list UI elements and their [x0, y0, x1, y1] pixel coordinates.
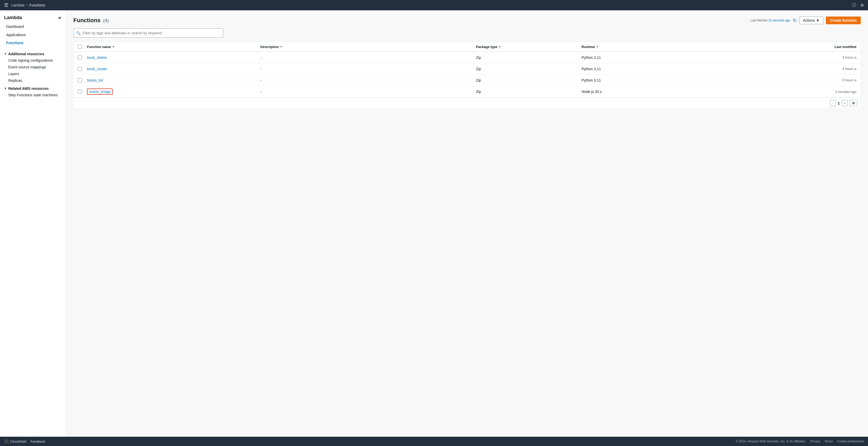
settings-icon[interactable]: ⚙	[860, 3, 864, 8]
cloudshell-button[interactable]: ⬛ CloudShell	[4, 439, 26, 443]
terms-link[interactable]: Terms	[824, 440, 833, 443]
sidebar-item-layers[interactable]: Layers	[0, 70, 66, 77]
sidebar: Lambda ◀ Dashboard Applications Function…	[0, 10, 66, 437]
page-number: 1	[838, 101, 840, 105]
row4-desc-cell: -	[258, 87, 474, 96]
functions-table: Function name ▼ Description ▼ Package ty…	[73, 42, 861, 109]
create-function-button[interactable]: Create function	[826, 16, 861, 24]
table-row: book_create - Zip Python 3.11 4 hours a	[74, 63, 861, 75]
row2-pkg-cell: Zip	[474, 64, 580, 74]
help-icon[interactable]: ⓘ	[852, 3, 856, 8]
sort-runtime-icon: ▼	[596, 45, 598, 48]
row4-runtime-cell: Node.js 20.x	[580, 87, 753, 96]
col-header-package-type[interactable]: Package type ▼	[474, 42, 580, 52]
sort-desc-icon: ▼	[280, 45, 282, 48]
cookie-link[interactable]: Cookie preferences	[837, 440, 864, 443]
row2-runtime-cell: Python 3.11	[580, 64, 753, 74]
sidebar-item-applications[interactable]: Applications	[0, 31, 66, 39]
sidebar-item-event-source[interactable]: Event source mappings	[0, 64, 66, 70]
select-all-header[interactable]	[76, 42, 85, 52]
top-nav: ☰ Lambda > Functions ⓘ ⚙	[0, 0, 868, 10]
row4-pkg-cell: Zip	[474, 87, 580, 96]
bottom-right-links: © 2024, Amazon Web Services, Inc. or its…	[736, 440, 864, 443]
cloudshell-label: CloudShell	[10, 440, 26, 443]
feedback-button[interactable]: Feedback	[30, 440, 45, 443]
row3-runtime-cell: Python 3.11	[580, 76, 753, 85]
row4-modified-cell: 3 minutes ago	[753, 87, 859, 96]
col-header-name[interactable]: Function name ▼	[85, 42, 258, 52]
row2-checkbox-cell[interactable]	[76, 64, 85, 74]
page-count: (4)	[103, 18, 109, 23]
row4-name-cell: resize_image	[85, 86, 258, 97]
row3-pkg-cell: Zip	[474, 76, 580, 85]
actions-button[interactable]: Actions ▼	[799, 16, 824, 24]
row3-desc-cell: -	[258, 76, 474, 85]
row1-checkbox-cell[interactable]	[76, 53, 85, 62]
additional-resources-section[interactable]: ▼ Additional resources	[0, 49, 66, 57]
row4-function-link[interactable]: resize_image	[87, 89, 113, 95]
actions-arrow-icon: ▼	[816, 18, 819, 23]
row1-checkbox[interactable]	[78, 56, 82, 60]
row3-function-link[interactable]: books_list	[87, 78, 103, 82]
refresh-button[interactable]: ↻	[793, 18, 797, 23]
breadcrumb-current: Functions	[29, 3, 45, 7]
col-header-runtime[interactable]: Runtime ▼	[580, 42, 753, 52]
related-aws-label: Related AWS resources	[8, 87, 49, 91]
page-title: Functions (4)	[73, 17, 109, 24]
additional-resources-arrow: ▼	[4, 53, 7, 55]
sidebar-title: Lambda	[4, 15, 22, 21]
col-header-last-modified: Last modified	[753, 42, 859, 52]
search-icon: 🔍	[76, 31, 81, 35]
cloudshell-icon: ⬛	[4, 439, 8, 443]
row2-modified-cell: 4 hours a	[753, 64, 859, 73]
row3-name-cell: books_list	[85, 76, 258, 85]
copyright-text: © 2024, Amazon Web Services, Inc. or its…	[736, 440, 806, 443]
row3-checkbox[interactable]	[78, 78, 82, 82]
related-aws-section[interactable]: ▼ Related AWS resources	[0, 84, 66, 92]
row1-function-link[interactable]: book_delete	[87, 56, 107, 60]
sort-pkg-icon: ▼	[498, 45, 501, 48]
row2-desc-cell: -	[258, 64, 474, 74]
next-page-button[interactable]: ›	[842, 100, 847, 106]
page-header: Functions (4) Last fetched 10 seconds ag…	[73, 16, 861, 24]
sidebar-item-step-functions[interactable]: Step Functions state machines	[0, 92, 66, 98]
row4-checkbox[interactable]	[78, 90, 82, 94]
privacy-link[interactable]: Privacy	[810, 440, 820, 443]
breadcrumb: Lambda > Functions	[11, 3, 45, 7]
breadcrumb-parent[interactable]: Lambda	[11, 3, 25, 7]
main-layout: Lambda ◀ Dashboard Applications Function…	[0, 10, 868, 437]
hamburger-icon[interactable]: ☰	[4, 2, 8, 8]
fetch-time-link[interactable]: 10 seconds ago	[768, 19, 790, 22]
page-title-wrap: Functions (4)	[73, 17, 109, 24]
col-header-description[interactable]: Description ▼	[258, 42, 474, 52]
table-footer: ‹ 1 › ⚙	[74, 98, 861, 108]
row1-pkg-cell: Zip	[474, 53, 580, 62]
sidebar-item-dashboard[interactable]: Dashboard	[0, 23, 66, 31]
additional-resources-label: Additional resources	[8, 52, 44, 56]
sidebar-item-code-signing[interactable]: Code signing configurations	[0, 57, 66, 64]
row2-function-link[interactable]: book_create	[87, 67, 107, 71]
search-input[interactable]	[83, 31, 220, 35]
sidebar-item-replicas[interactable]: Replicas	[0, 77, 66, 84]
sidebar-collapse-button[interactable]: ◀	[57, 14, 62, 21]
table-settings-button[interactable]: ⚙	[850, 100, 858, 106]
actions-label: Actions	[803, 18, 815, 23]
last-fetched-label: Last fetched 10 seconds ago	[750, 19, 790, 22]
row2-name-cell: book_create	[85, 64, 258, 74]
sidebar-navigation: Dashboard Applications Functions	[0, 23, 66, 49]
table-header-row: Function name ▼ Description ▼ Package ty…	[74, 42, 861, 52]
row1-runtime-cell: Python 3.11	[580, 53, 753, 62]
content-area: Functions (4) Last fetched 10 seconds ag…	[66, 10, 868, 437]
row1-modified-cell: 3 hours a	[753, 53, 859, 62]
sidebar-item-functions[interactable]: Functions	[0, 39, 66, 47]
row3-checkbox-cell[interactable]	[76, 76, 85, 85]
related-aws-arrow: ▼	[4, 87, 7, 90]
row3-modified-cell: 5 hours a	[753, 76, 859, 85]
prev-page-button[interactable]: ‹	[830, 100, 836, 106]
select-all-checkbox[interactable]	[78, 45, 82, 49]
row2-checkbox[interactable]	[78, 67, 82, 71]
breadcrumb-separator: >	[26, 3, 28, 7]
row4-checkbox-cell[interactable]	[76, 87, 85, 96]
table-row: books_list - Zip Python 3.11 5 hours a	[74, 75, 861, 86]
top-nav-actions: ⓘ ⚙	[852, 3, 864, 8]
